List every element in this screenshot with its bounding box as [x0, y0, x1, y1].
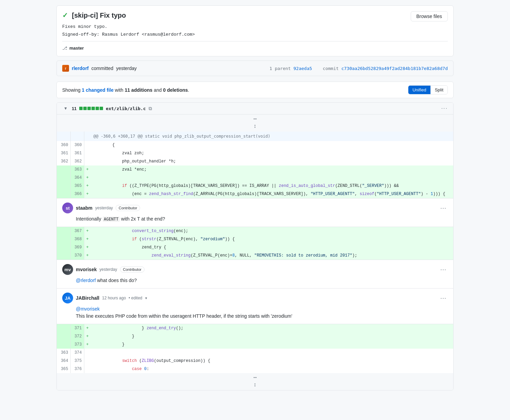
line-num-new: 375 [70, 357, 84, 365]
split-view-button[interactable]: Split [431, 86, 447, 94]
table-row: 370 + zend_eval_string(Z_STRVAL_P(enc)+8… [57, 251, 453, 260]
diff-sign: + [84, 235, 91, 243]
line-num-old [57, 235, 70, 243]
toggle-diff-button[interactable]: ▼ [62, 105, 69, 111]
table-row: 369 + zend_try { [57, 243, 453, 251]
commit-meta-row: r rlerdorf committed yesterday 1 parent … [56, 60, 454, 76]
line-num-new: 367 [70, 227, 84, 235]
table-row: 365 376 case 0: [57, 365, 453, 373]
diff-file: ▼ 11 ext/zlib/zlib.c ⧉ ··· ⋯ [56, 102, 454, 390]
line-num-old [57, 324, 70, 332]
line-content: zend_try { [91, 243, 453, 251]
line-num-new: 368 [70, 235, 84, 243]
expand-up-icon: ⋯↕ [253, 116, 257, 129]
diff-sign: + [84, 340, 91, 349]
comment-time-jabirchall: 12 hours ago [102, 296, 126, 300]
diff-sign [84, 349, 91, 357]
diff-sign: + [84, 190, 91, 198]
line-num-new: 360 [70, 141, 84, 149]
inline-comment-block-2: mv mvorisek yesterday Contributor ··· @r… [57, 260, 453, 324]
unified-view-button[interactable]: Unified [408, 86, 430, 94]
commit-time: yesterday [116, 66, 137, 71]
hunk-sign [84, 132, 91, 141]
comment-author-jabirchall[interactable]: JABirchall [76, 295, 99, 301]
line-content: } [91, 340, 453, 349]
comment-more-button-staabm[interactable]: ··· [439, 204, 448, 212]
line-num-new: 376 [70, 365, 84, 373]
commit-header: ✓ [skip-ci] Fix typo Browse files Fixes … [56, 5, 454, 56]
line-num-old: 361 [57, 149, 70, 157]
line-num-old [57, 182, 70, 190]
comment-more-button-jabirchall[interactable]: ··· [439, 294, 448, 302]
line-num-old: 364 [57, 357, 70, 365]
hunk-line-num-new [70, 132, 84, 141]
line-content: } zend_end_try(); [91, 324, 453, 332]
line-num-old: 362 [57, 157, 70, 165]
diff-sign: + [84, 243, 91, 251]
commit-parent-info: 1 parent 92aeda5 commit c730aa26bd52829a… [270, 66, 448, 71]
diff-bar-2 [83, 107, 87, 110]
parent-hash-link[interactable]: 92aeda5 [293, 66, 312, 71]
comment-author-staabm[interactable]: staabm [76, 205, 92, 211]
line-content: if (strstr(Z_STRVAL_P(enc), "zerodium"))… [91, 235, 453, 243]
line-content: if ((Z_TYPE(PG(http_globals)[TRACK_VARS_… [91, 182, 453, 190]
line-num-old [57, 332, 70, 340]
table-row: 363 + zval *enc; [57, 165, 453, 174]
expand-row-top[interactable]: ⋯↕ [57, 115, 453, 132]
diff-sign: + [84, 332, 91, 340]
line-num-new: 370 [70, 251, 84, 260]
line-content [91, 174, 453, 182]
table-row: 363 374 [57, 349, 453, 357]
line-num-new: 361 [70, 149, 84, 157]
diff-count: 11 [72, 106, 76, 111]
comment-body-jabirchall: @mvorisek This line executes PHP code fr… [76, 305, 448, 320]
diff-sign: + [84, 324, 91, 332]
table-row: 367 + convert_to_string(enc); [57, 227, 453, 235]
line-num-old [57, 243, 70, 251]
line-num-new: 364 [70, 174, 84, 182]
more-options-icon[interactable]: ··· [441, 105, 448, 111]
edited-dropdown-jabirchall[interactable]: ▾ [145, 296, 147, 300]
copy-icon[interactable]: ⧉ [149, 106, 152, 111]
line-num-new: 373 [70, 340, 84, 349]
diff-bar-4 [91, 107, 95, 110]
hunk-content: @@ -360,6 +360,17 @@ static void php_zli… [91, 132, 453, 141]
committer-name[interactable]: rlerdorf [72, 66, 89, 71]
line-num-new: 366 [70, 190, 84, 198]
branch-icon: ⎇ [62, 46, 67, 51]
inline-comment-jabirchall: JA JABirchall 12 hours ago • edited ▾ ··… [57, 288, 453, 324]
expand-row-bottom[interactable]: ⋯↕ [57, 373, 453, 390]
line-num-old: 363 [57, 349, 70, 357]
view-buttons: Unified Split [408, 85, 448, 94]
commit-hash-link[interactable]: c730aa26bd52829a49f2ad284b181b7e82a68d7d [341, 66, 448, 71]
line-content: { [91, 141, 453, 149]
line-num-old [57, 190, 70, 198]
line-num-new: 371 [70, 324, 84, 332]
browse-files-button[interactable]: Browse files [411, 11, 448, 21]
diff-table-3: 371 + } zend_end_try(); 372 + } 373 [57, 324, 453, 390]
line-content [91, 349, 453, 357]
comment-edited-jabirchall: • edited [129, 296, 142, 300]
comment-avatar-mvorisek: mv [62, 264, 73, 275]
file-path[interactable]: ext/zlib/zlib.c [106, 106, 146, 111]
comment-more-button-mvorisek[interactable]: ··· [439, 265, 448, 274]
hunk-header: @@ -360,6 +360,17 @@ static void php_zli… [57, 132, 453, 141]
diff-sign [84, 149, 91, 157]
table-row: 373 + } [57, 340, 453, 349]
inline-comment-mvorisek: mv mvorisek yesterday Contributor ··· @r… [57, 260, 453, 288]
comment-time-mvorisek: yesterday [99, 267, 117, 272]
mention-rlerdorf[interactable]: @rlerdorf [76, 278, 96, 283]
changed-files-link[interactable]: 1 changed file [82, 87, 114, 93]
diff-sign [84, 365, 91, 373]
table-row: 368 + if (strstr(Z_STRVAL_P(enc), "zerod… [57, 235, 453, 243]
line-num-old [57, 340, 70, 349]
diff-summary-text: Showing 1 changed file with 11 additions… [62, 87, 189, 93]
line-num-new: 369 [70, 243, 84, 251]
diff-bar-1 [79, 107, 83, 110]
comment-author-mvorisek[interactable]: mvorisek [76, 267, 97, 272]
line-content: } [91, 332, 453, 340]
table-row: 366 + (enc = zend_hash_str_find(Z_ARRVAL… [57, 190, 453, 198]
commit-signoff: Signed-off-by: Rasmus Lerdorf <rasmus@le… [62, 32, 448, 37]
mention-mvorisek[interactable]: @mvorisek [76, 306, 100, 312]
line-content: switch (ZLIBG(output_compression)) { [91, 357, 453, 365]
